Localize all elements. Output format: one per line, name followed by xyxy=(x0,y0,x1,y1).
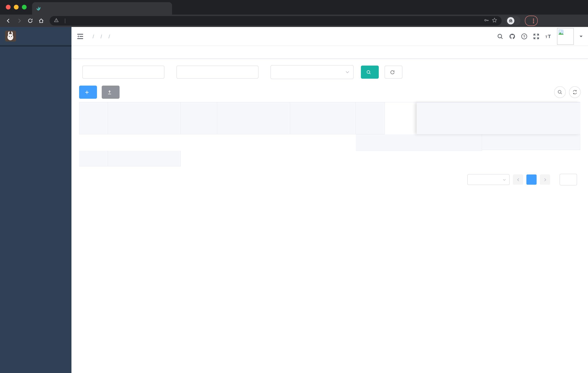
col-header-process-id xyxy=(79,102,108,134)
process-category-select[interactable] xyxy=(271,65,354,79)
address-bar[interactable] xyxy=(50,16,502,26)
favicon-plant-icon xyxy=(36,6,41,11)
collapse-sidebar-icon[interactable] xyxy=(77,33,84,40)
fixed-operations-column xyxy=(417,102,580,134)
fullscreen-icon[interactable] xyxy=(533,33,539,40)
page-content xyxy=(72,59,588,373)
chevron-left-icon xyxy=(516,178,520,181)
svg-text:T: T xyxy=(548,33,551,39)
maximize-window-button[interactable] xyxy=(22,5,27,10)
col-header-process-category xyxy=(181,102,217,134)
import-process-button[interactable] xyxy=(102,86,120,99)
chevron-down-icon xyxy=(345,70,350,74)
breadcrumb: / / / xyxy=(89,33,113,39)
refresh-icon xyxy=(390,70,395,74)
pagination xyxy=(79,174,580,185)
col-header-ops-under xyxy=(356,102,385,134)
sidebar-submenu xyxy=(0,45,72,47)
browser-tabstrip xyxy=(0,0,588,15)
minimize-window-button[interactable] xyxy=(14,5,19,10)
sidebar-logo[interactable] xyxy=(0,27,72,45)
toggle-search-button[interactable] xyxy=(554,86,566,98)
incognito-badge xyxy=(506,16,521,26)
search-button[interactable] xyxy=(361,66,379,79)
divider xyxy=(65,18,65,23)
upload-icon xyxy=(107,90,112,94)
search-icon[interactable] xyxy=(497,33,504,40)
window-controls[interactable] xyxy=(6,5,27,10)
browser-menu-icon[interactable] xyxy=(533,18,534,23)
incognito-icon xyxy=(507,17,514,24)
chevron-down-icon xyxy=(502,178,506,181)
bookmark-star-icon[interactable] xyxy=(492,18,497,24)
col-header-active-status xyxy=(79,151,108,166)
next-page-button[interactable] xyxy=(540,174,550,185)
page-number-button[interactable] xyxy=(526,174,537,185)
col-header-process-name xyxy=(108,102,181,134)
close-window-button[interactable] xyxy=(6,5,10,10)
search-icon xyxy=(366,70,371,74)
col-header-hidden xyxy=(108,151,181,166)
browser-urlbar xyxy=(0,15,588,27)
svg-text:?: ? xyxy=(523,34,525,38)
reset-button[interactable] xyxy=(385,66,402,79)
home-icon[interactable] xyxy=(36,16,46,26)
warning-icon xyxy=(54,18,59,24)
forward-icon[interactable] xyxy=(15,16,24,26)
refresh-table-button[interactable] xyxy=(569,86,581,98)
process-name-input[interactable] xyxy=(177,66,258,79)
page-size-select[interactable] xyxy=(467,174,510,185)
goto-page-input[interactable] xyxy=(560,174,577,185)
chevron-down-icon[interactable] xyxy=(579,34,583,38)
sidebar xyxy=(0,27,72,373)
plus-icon xyxy=(84,90,89,94)
back-icon[interactable] xyxy=(4,16,13,26)
user-avatar[interactable] xyxy=(557,28,574,45)
filter-bar xyxy=(79,65,581,79)
github-icon[interactable] xyxy=(509,33,515,40)
browser-tab[interactable] xyxy=(32,2,172,15)
logo-rabbit-avatar xyxy=(5,30,16,41)
process-model-table xyxy=(79,102,580,166)
col-header-operations xyxy=(417,102,580,134)
font-size-icon[interactable]: TT xyxy=(545,33,552,40)
search-icon xyxy=(557,90,562,95)
process-id-input[interactable] xyxy=(82,66,164,79)
help-icon[interactable]: ? xyxy=(521,33,527,40)
navbar-actions: ? TT xyxy=(497,28,583,45)
prev-page-button[interactable] xyxy=(513,174,523,185)
tags-bar xyxy=(72,46,588,59)
key-icon[interactable] xyxy=(484,18,489,24)
col-header-process-version xyxy=(482,134,580,150)
navbar: / / / ? TT xyxy=(72,27,588,46)
table-toolbar xyxy=(79,86,581,99)
chevron-right-icon xyxy=(543,178,547,181)
reload-icon[interactable] xyxy=(26,16,35,26)
update-button[interactable] xyxy=(525,16,538,26)
refresh-icon xyxy=(572,90,578,95)
col-header-latest-deployment-group xyxy=(356,134,482,151)
create-process-button[interactable] xyxy=(79,86,97,99)
col-header-form-info xyxy=(217,102,290,134)
screen: / / / ? TT xyxy=(0,0,588,373)
col-header-created-time xyxy=(290,102,356,134)
svg-text:T: T xyxy=(545,35,547,39)
